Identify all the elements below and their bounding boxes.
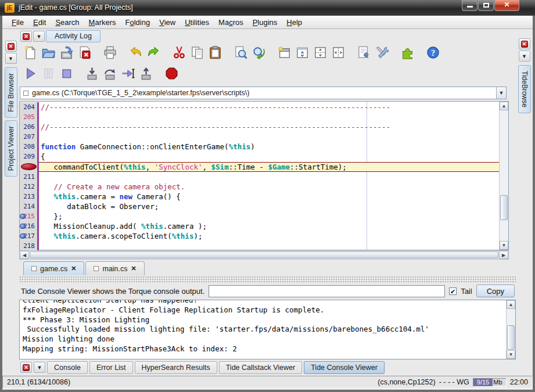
dock-splitter[interactable] — [19, 276, 516, 282]
close-tab-icon[interactable]: ✕ — [131, 265, 137, 272]
scroll-down-arrow[interactable]: ▼ — [507, 350, 515, 359]
menu-utilities[interactable]: Utilities — [180, 17, 214, 28]
code-line-213[interactable]: 213 %this.camera = new Camera() { — [20, 192, 499, 202]
gutter-line-number[interactable] — [20, 162, 39, 172]
marker-icon[interactable] — [20, 233, 26, 239]
menu-markers[interactable]: Markers — [84, 17, 121, 28]
bottom-dock-menu-button[interactable]: ▼ — [34, 362, 45, 373]
scrollbar-thumb[interactable] — [507, 325, 515, 350]
open-file-button[interactable] — [40, 45, 58, 62]
print-button[interactable] — [101, 45, 119, 62]
unsplit-button[interactable] — [293, 45, 311, 62]
gutter-line-number[interactable]: 204 — [20, 102, 39, 112]
top-dock-menu-button[interactable]: ▼ — [33, 31, 45, 42]
tab-hypersearch-results[interactable]: HyperSearch Results — [135, 361, 217, 374]
buffer-switcher[interactable]: game.cs (C:\Torque\TGE_1_5_2\example\sta… — [20, 87, 507, 99]
gutter-line-number[interactable]: 212 — [20, 182, 39, 192]
memory-gauge[interactable]: 9/15 Mb — [473, 378, 507, 387]
menu-view[interactable]: View — [155, 17, 180, 28]
menu-edit[interactable]: Edit — [28, 17, 51, 28]
gutter-line-number[interactable]: 206 — [20, 122, 39, 132]
gutter-line-number[interactable]: 211 — [20, 172, 39, 182]
new-view-button[interactable] — [275, 45, 293, 62]
scroll-up-arrow[interactable]: ▲ — [507, 300, 515, 309]
step-over-button[interactable] — [101, 66, 119, 83]
editor-lines[interactable]: 204//-----------------------------------… — [20, 102, 499, 250]
code-line-204[interactable]: 204//-----------------------------------… — [20, 102, 499, 112]
left-dock-menu-button[interactable]: ▼ — [5, 53, 17, 64]
dock-tab-project-viewer[interactable]: Project Viewer — [5, 120, 17, 177]
console-filter-input[interactable] — [209, 285, 445, 297]
gutter-line-number[interactable]: 218 — [20, 241, 39, 251]
menu-folding[interactable]: Folding — [121, 17, 155, 28]
scroll-up-arrow[interactable]: ▲ — [500, 102, 508, 110]
right-dock-close-button[interactable]: ✕ — [519, 38, 530, 49]
cut-button[interactable] — [170, 45, 188, 62]
code-line-212[interactable]: 212 // Create a new camera object. — [20, 182, 499, 192]
marker-icon[interactable] — [20, 214, 26, 219]
marker-icon[interactable] — [20, 224, 26, 229]
gutter-line-number[interactable]: 216 — [20, 221, 39, 231]
bottom-dock-close-button[interactable]: ✕ — [20, 362, 32, 373]
code-line-214[interactable]: 214 dataBlock = Observer; — [20, 202, 499, 211]
copy-button[interactable]: Copy — [476, 285, 515, 297]
step-into-button[interactable] — [83, 66, 101, 83]
global-options-button[interactable] — [373, 45, 391, 62]
close-tab-icon[interactable]: ✕ — [71, 265, 76, 272]
scroll-left-arrow[interactable]: ◀ — [20, 251, 29, 259]
menu-file[interactable]: File — [7, 17, 28, 28]
pause-button[interactable] — [40, 66, 58, 83]
gutter-line-number[interactable]: 217 — [20, 231, 39, 241]
gutter-line-number[interactable]: 207 — [20, 132, 39, 142]
code-line-217[interactable]: 217 %this.camera.scopeToClient(%this); — [20, 231, 499, 241]
close-button[interactable]: ✕ — [494, 0, 519, 11]
code-line-216[interactable]: 216 MissionCleanup.add( %this.camera ); — [20, 221, 499, 231]
scroll-right-arrow[interactable]: ▶ — [499, 251, 508, 259]
code-line-208[interactable]: 208function GameConnection::onClientEnte… — [20, 142, 499, 152]
terminate-button[interactable] — [163, 66, 181, 83]
close-file-button[interactable] — [76, 45, 94, 62]
gutter-line-number[interactable]: 205 — [20, 112, 39, 122]
buffer-tab-main.cs[interactable]: main.cs✕ — [85, 261, 144, 275]
editor-vertical-scrollbar[interactable]: ▲ ▼ — [499, 102, 508, 250]
split-vertical-button[interactable] — [329, 45, 347, 62]
split-horizontal-button[interactable] — [311, 45, 329, 62]
save-file-button[interactable] — [58, 45, 76, 62]
console-output[interactable]: Client Replication Startup has happened!… — [19, 300, 516, 359]
tab-tide-callstack-viewer[interactable]: Tide Callstack Viewer — [219, 361, 303, 374]
find-next-button[interactable] — [250, 45, 268, 62]
code-line-205[interactable]: 205 — [20, 112, 499, 122]
editor-horizontal-scrollbar[interactable]: ◀ ▶ — [19, 250, 509, 260]
tab-console[interactable]: Console — [47, 361, 88, 374]
breakpoint-icon[interactable] — [21, 163, 37, 170]
left-dock-close-button[interactable]: ✕ — [5, 41, 17, 52]
code-line-211[interactable]: 211 — [20, 172, 499, 182]
tab-error-list[interactable]: Error List — [89, 361, 133, 374]
minimize-button[interactable] — [462, 0, 477, 11]
dock-tab-file-browser[interactable]: File Browser — [5, 67, 17, 118]
plugin-manager-button[interactable] — [398, 45, 416, 62]
menu-plugins[interactable]: Plugins — [248, 17, 282, 28]
buffer-switcher-dropdown-button[interactable]: ▼ — [496, 87, 506, 99]
code-editor[interactable]: 204//-----------------------------------… — [19, 101, 509, 250]
paste-button[interactable] — [206, 45, 224, 62]
gutter-line-number[interactable]: 215 — [20, 211, 39, 221]
menu-help[interactable]: Help — [282, 17, 307, 28]
menu-macros[interactable]: Macros — [214, 17, 248, 28]
step-out-button[interactable] — [137, 66, 155, 83]
code-line-210[interactable]: commandToClient(%this, 'SyncClock', $Sim… — [20, 162, 499, 172]
scrollbar-thumb[interactable] — [500, 195, 508, 220]
buffer-tab-game.cs[interactable]: game.cs✕ — [23, 261, 84, 275]
top-dock-close-button[interactable]: ✕ — [20, 31, 32, 42]
find-button[interactable] — [232, 45, 250, 62]
code-line-209[interactable]: 209{ — [20, 152, 499, 161]
tab-activity-log[interactable]: Activity Log — [46, 30, 100, 42]
menu-search[interactable]: Search — [51, 17, 84, 28]
buffer-options-button[interactable] — [355, 45, 373, 62]
maximize-button[interactable] — [478, 0, 494, 11]
stop-button[interactable] — [58, 66, 76, 83]
console-vertical-scrollbar[interactable]: ▲ ▼ — [506, 300, 515, 359]
code-line-207[interactable]: 207 — [20, 132, 499, 142]
code-line-215[interactable]: 215 }; — [20, 211, 499, 221]
scrollbar-thumb[interactable] — [30, 251, 498, 258]
